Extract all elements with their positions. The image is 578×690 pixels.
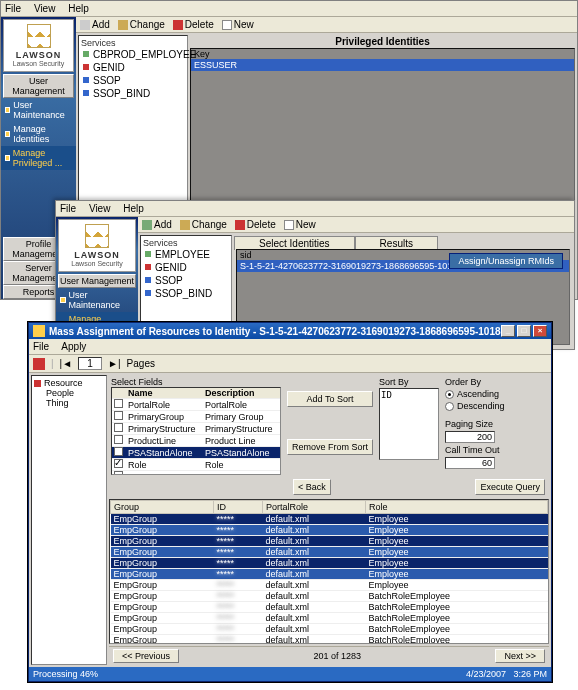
field-row[interactable]: ProductLineProduct Line xyxy=(112,435,280,447)
toolbar-change[interactable]: Change xyxy=(118,19,165,30)
col-id[interactable]: ID xyxy=(214,501,263,514)
sidebar-item-manage-identities[interactable]: Manage Identities xyxy=(1,122,76,146)
call-timeout-input[interactable] xyxy=(445,457,495,469)
tree-item[interactable]: GENID xyxy=(81,61,185,74)
toolbar-change[interactable]: Change xyxy=(180,219,227,230)
tree-item[interactable]: EMPLOYEE xyxy=(143,248,229,261)
resource-tree[interactable]: Resource People Thing xyxy=(31,375,107,665)
toolbar-delete[interactable]: Delete xyxy=(173,19,214,30)
field-row[interactable]: SLDTFUNCSLDTFUNC xyxy=(112,471,280,476)
prev-page-button[interactable]: << Previous xyxy=(113,649,179,663)
toolbar-label: New xyxy=(296,219,316,230)
grid-row[interactable]: EmpGroup*****default.xmlEmployee xyxy=(111,536,548,547)
field-name: PortalRole xyxy=(126,399,203,411)
tree-item-people[interactable]: People xyxy=(34,388,104,398)
grid-row[interactable]: EmpGroup*****default.xmlBatchRoleEmploye… xyxy=(111,613,548,624)
menu-file[interactable]: File xyxy=(60,203,76,214)
titlebar[interactable]: Mass Assignment of Resources to Identity… xyxy=(29,323,551,339)
menu-file[interactable]: File xyxy=(33,341,49,352)
tree-item[interactable]: GENID xyxy=(143,261,229,274)
checkbox[interactable] xyxy=(114,459,123,468)
checkbox[interactable] xyxy=(114,411,123,420)
sidebar-item-manage-privileged[interactable]: Manage Privileged ... xyxy=(1,146,76,170)
close-button[interactable]: × xyxy=(533,325,547,337)
field-row[interactable]: RoleRole xyxy=(112,459,280,471)
grid-row[interactable]: EmpGroup*****default.xmlEmployee xyxy=(111,547,548,558)
last-page-icon[interactable]: ►| xyxy=(108,358,121,369)
grid-row[interactable]: EmpGroup*****default.xmlEmployee xyxy=(111,514,548,525)
grid-row[interactable]: EmpGroup*****default.xmlEmployee xyxy=(111,525,548,536)
sort-by-list[interactable]: ID xyxy=(379,388,439,460)
menu-view[interactable]: View xyxy=(89,203,111,214)
execute-query-button[interactable]: Execute Query xyxy=(475,479,545,495)
checkbox[interactable] xyxy=(114,471,123,475)
tree-item[interactable]: SSOP_BIND xyxy=(143,287,229,300)
checkbox[interactable] xyxy=(114,435,123,444)
cell-portal: default.xml xyxy=(262,569,365,580)
cell-id: ***** xyxy=(214,536,263,547)
tree-item[interactable]: SSOP_BIND xyxy=(81,87,185,100)
menu-help[interactable]: Help xyxy=(123,203,144,214)
menu-help[interactable]: Help xyxy=(68,3,89,14)
order-descending[interactable]: Descending xyxy=(445,401,505,411)
field-row[interactable]: PSAStandAlonePSAStandAlone xyxy=(112,447,280,459)
toolbar-add[interactable]: Add xyxy=(142,219,172,230)
results-grid[interactable]: Group ID PortalRole Role EmpGroup*****de… xyxy=(109,499,549,644)
first-page-icon[interactable]: |◄ xyxy=(60,358,73,369)
cell-group: EmpGroup xyxy=(111,547,214,558)
sidebar-group-user-mgmt[interactable]: User Management xyxy=(3,74,74,98)
grid-row[interactable]: EmpGroup*****default.xmlEmployee xyxy=(111,558,548,569)
grid-row[interactable]: EmpGroup*****default.xmlEmployee xyxy=(111,580,548,591)
toolbar-add[interactable]: Add xyxy=(80,19,110,30)
status-bar: Processing 46% 4/23/2007 3:26 PM xyxy=(29,667,551,681)
tab-results[interactable]: Results xyxy=(355,236,438,250)
sidebar-item-user-maintenance[interactable]: User Maintenance xyxy=(56,288,138,312)
field-row[interactable]: PrimaryStructurePrimaryStructure xyxy=(112,423,280,435)
tree-item[interactable]: SSOP xyxy=(81,74,185,87)
grid-row[interactable]: EmpGroup*****default.xmlBatchRoleEmploye… xyxy=(111,602,548,613)
order-by-label: Order By xyxy=(445,377,505,387)
toolbar-delete[interactable]: Delete xyxy=(235,219,276,230)
menu-apply[interactable]: Apply xyxy=(61,341,86,352)
checkbox[interactable] xyxy=(114,447,123,456)
sidebar-group-user-mgmt[interactable]: User Management xyxy=(58,274,136,288)
cell-role: BatchRoleEmployee xyxy=(365,613,547,624)
minimize-button[interactable]: _ xyxy=(501,325,515,337)
grid-row[interactable]: EmpGroup*****default.xmlEmployee xyxy=(111,569,548,580)
field-row[interactable]: PrimaryGroupPrimary Group xyxy=(112,411,280,423)
field-row[interactable]: PortalRolePortalRole xyxy=(112,399,280,411)
tree-root[interactable]: Resource xyxy=(34,378,104,388)
grid-row[interactable]: EmpGroup*****default.xmlBatchRoleEmploye… xyxy=(111,635,548,645)
checkbox[interactable] xyxy=(114,423,123,432)
x-icon xyxy=(235,220,245,230)
col-desc: Description xyxy=(203,388,280,399)
tree-item[interactable]: CBPROD_EMPLOYEE xyxy=(81,48,185,61)
tab-select-identities[interactable]: Select Identities xyxy=(234,236,355,250)
order-ascending[interactable]: Ascending xyxy=(445,389,505,399)
field-name: Role xyxy=(126,459,203,471)
assign-unassign-button[interactable]: Assign/Unassign RMIds xyxy=(449,253,563,269)
toolbar-new[interactable]: New xyxy=(284,219,316,230)
grid-row[interactable]: EmpGroup*****default.xmlBatchRoleEmploye… xyxy=(111,591,548,602)
add-to-sort-button[interactable]: Add To Sort xyxy=(287,391,373,407)
remove-from-sort-button[interactable]: Remove From Sort xyxy=(287,439,373,455)
tree-item-thing[interactable]: Thing xyxy=(34,398,104,408)
menu-view[interactable]: View xyxy=(34,3,56,14)
back-button[interactable]: < Back xyxy=(293,479,331,495)
checkbox[interactable] xyxy=(114,399,123,408)
menu-file[interactable]: File xyxy=(5,3,21,14)
fields-list[interactable]: NameDescription PortalRolePortalRolePrim… xyxy=(111,387,281,475)
maximize-button[interactable]: □ xyxy=(517,325,531,337)
sidebar-item-user-maintenance[interactable]: User Maintenance xyxy=(1,98,76,122)
paging-size-input[interactable] xyxy=(445,431,495,443)
col-portal[interactable]: PortalRole xyxy=(262,501,365,514)
tree-item[interactable]: SSOP xyxy=(143,274,229,287)
key-row[interactable]: ESSUSER xyxy=(191,59,574,71)
page-input[interactable]: 1 xyxy=(78,357,102,370)
grid-row[interactable]: EmpGroup*****default.xmlBatchRoleEmploye… xyxy=(111,624,548,635)
col-group[interactable]: Group xyxy=(111,501,214,514)
people-icon[interactable] xyxy=(33,358,45,370)
col-role[interactable]: Role xyxy=(365,501,547,514)
next-page-button[interactable]: Next >> xyxy=(495,649,545,663)
toolbar-new[interactable]: New xyxy=(222,19,254,30)
